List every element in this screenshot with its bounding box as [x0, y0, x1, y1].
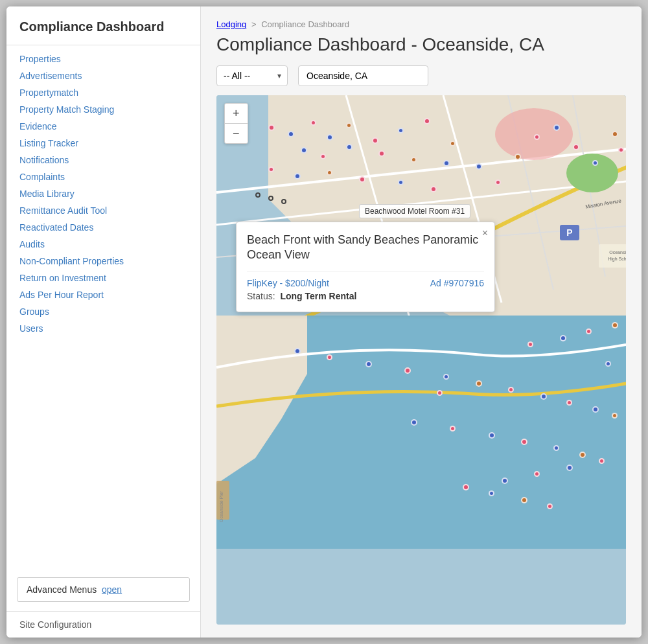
sidebar-nav-link[interactable]: Property Match Staging — [6, 101, 200, 118]
sidebar-nav-item: Advertisements — [6, 67, 200, 84]
sidebar-nav-link[interactable]: Properties — [6, 51, 200, 67]
sidebar: Compliance Dashboard PropertiesAdvertise… — [6, 6, 201, 638]
sidebar-nav-item: Audits — [6, 236, 200, 253]
svg-rect-15 — [599, 244, 626, 268]
sidebar-nav-link[interactable]: Advertisements — [6, 67, 200, 84]
sidebar-nav-item: Return on Investment — [6, 270, 200, 286]
sidebar-nav-link[interactable]: Ads Per Hour Report — [6, 286, 200, 303]
popup-status: Status: Long Term Rental — [247, 291, 484, 301]
location-input[interactable] — [298, 65, 428, 86]
sidebar-title: Compliance Dashboard — [6, 19, 200, 45]
zoom-in-button[interactable]: + — [225, 104, 248, 124]
sidebar-nav-item: Properties — [6, 51, 200, 67]
zoom-out-button[interactable]: − — [225, 124, 248, 143]
sidebar-nav-item: Property Match Staging — [6, 101, 200, 118]
map-zoom-controls: + − — [224, 103, 248, 144]
sidebar-nav-link[interactable]: Evidence — [6, 118, 200, 135]
map-marker-tooltip: Beachwood Motel Room #31 — [359, 204, 470, 218]
sidebar-nav-link[interactable]: Return on Investment — [6, 270, 200, 286]
sidebar-nav-link[interactable]: Remittance Audit Tool — [6, 202, 200, 219]
sidebar-nav-item: Non-Compliant Properties — [6, 253, 200, 270]
sidebar-nav-link[interactable]: Reactivated Dates — [6, 219, 200, 236]
popup-status-label: Status: — [247, 291, 275, 301]
breadcrumb-current: Compliance Dashboard — [261, 19, 349, 29]
main-content: Lodging > Compliance Dashboard Complianc… — [201, 6, 642, 638]
svg-point-9 — [566, 154, 618, 192]
site-configuration-link[interactable]: Site Configuration — [6, 611, 200, 638]
sidebar-nav-item: Propertymatch — [6, 84, 200, 101]
popup-detail: FlipKey - $200/Night Ad #9707916 Status:… — [247, 271, 484, 301]
breadcrumb-parent[interactable]: Lodging — [216, 19, 246, 29]
sidebar-nav-link[interactable]: Complaints — [6, 168, 200, 185]
sidebar-nav-link[interactable]: Listing Tracker — [6, 135, 200, 152]
filter-select-wrapper: -- All -- — [216, 65, 288, 86]
advanced-menus-section: Advanced Menus open — [17, 577, 190, 602]
sidebar-nav-item: Notifications — [6, 152, 200, 168]
sidebar-nav-item: Users — [6, 320, 200, 337]
popup-ad-number[interactable]: Ad #9707916 — [430, 278, 484, 288]
sidebar-nav-item: Reactivated Dates — [6, 219, 200, 236]
sidebar-nav-item: Groups — [6, 303, 200, 320]
page-title: Compliance Dashboard - Oceanside, CA — [216, 34, 626, 55]
sidebar-nav-link[interactable]: Audits — [6, 236, 200, 253]
svg-text:Oceanside: Oceanside — [609, 250, 626, 255]
sidebar-nav-link[interactable]: Users — [6, 320, 200, 337]
sidebar-nav-item: Listing Tracker — [6, 135, 200, 152]
svg-text:High School: High School — [608, 257, 626, 262]
sidebar-nav-link[interactable]: Notifications — [6, 152, 200, 168]
filter-bar: -- All -- — [216, 65, 626, 86]
map-container: P Oceanside High School Mission Avenue — [216, 95, 626, 625]
svg-point-10 — [495, 108, 573, 160]
breadcrumb-separator: > — [251, 19, 257, 29]
sidebar-nav-link[interactable]: Groups — [6, 303, 200, 320]
popup-close-button[interactable]: × — [482, 227, 488, 239]
sidebar-nav-item: Remittance Audit Tool — [6, 202, 200, 219]
advanced-menus-link[interactable]: open — [102, 584, 122, 595]
sidebar-nav-item: Media Library — [6, 185, 200, 202]
sidebar-nav-item: Ads Per Hour Report — [6, 286, 200, 303]
svg-text:P: P — [566, 227, 572, 238]
sidebar-nav-item: Evidence — [6, 118, 200, 135]
popup-source[interactable]: FlipKey - $200/Night — [247, 278, 329, 288]
breadcrumb: Lodging > Compliance Dashboard — [216, 19, 626, 29]
filter-dropdown[interactable]: -- All -- — [216, 65, 288, 86]
advanced-menus-label: Advanced Menus — [27, 584, 97, 595]
popup-status-value: Long Term Rental — [280, 291, 356, 301]
svg-text:Oceanside Pier: Oceanside Pier — [219, 490, 224, 522]
sidebar-nav: PropertiesAdvertisementsPropertymatchPro… — [6, 51, 200, 571]
sidebar-nav-link[interactable]: Propertymatch — [6, 84, 200, 101]
sidebar-nav-item: Complaints — [6, 168, 200, 185]
map-background: P Oceanside High School Mission Avenue — [216, 95, 626, 625]
sidebar-nav-link[interactable]: Non-Compliant Properties — [6, 253, 200, 270]
sidebar-nav-link[interactable]: Media Library — [6, 185, 200, 202]
popup-title: Beach Front with Sandy Beaches Panoramic… — [247, 233, 484, 263]
map-popup: × Beach Front with Sandy Beaches Panoram… — [236, 222, 495, 312]
